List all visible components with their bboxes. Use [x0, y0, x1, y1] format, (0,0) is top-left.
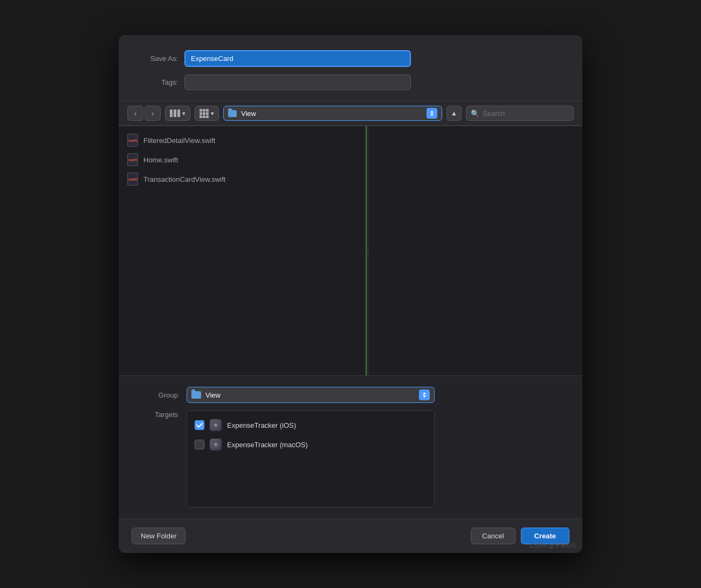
- file-name: TransactionCardView.swift: [143, 175, 225, 183]
- file-name: FilteredDetailView.swift: [143, 136, 215, 145]
- targets-row: Targets ExpenseTracker (iOS): [140, 411, 561, 508]
- preview-pane: [369, 126, 582, 375]
- ios-target-label: ExpenseTracker (iOS): [227, 421, 296, 429]
- target-item-ios[interactable]: ExpenseTracker (iOS): [187, 415, 434, 435]
- list-item[interactable]: swift FilteredDetailView.swift: [119, 131, 366, 150]
- svg-point-1: [214, 423, 217, 427]
- group-selector[interactable]: View: [187, 387, 435, 403]
- dialog-footer: New Folder Cancel Create: [119, 518, 582, 553]
- macos-target-label: ExpenseTracker (macOS): [227, 441, 308, 449]
- bottom-section: Group View Targets: [119, 375, 582, 518]
- save-as-input[interactable]: [184, 50, 411, 67]
- column-view-icon: [170, 110, 180, 117]
- swift-file-icon: swift: [127, 153, 138, 166]
- swift-file-icon: swift: [127, 173, 138, 186]
- targets-container: ExpenseTracker (iOS) ExpenseTracker (mac…: [187, 411, 435, 508]
- grid-view-button[interactable]: ▾: [195, 106, 219, 121]
- checkbox-ios[interactable]: [195, 420, 204, 430]
- checkbox-macos[interactable]: [195, 440, 204, 449]
- dialog-top: Save As: Tags:: [119, 35, 582, 101]
- location-selector[interactable]: View: [223, 106, 442, 121]
- group-row: Group View: [140, 387, 561, 403]
- cancel-button[interactable]: Cancel: [471, 528, 515, 544]
- save-as-label: Save As:: [140, 54, 178, 63]
- group-folder-icon: [191, 391, 201, 399]
- column-view-button[interactable]: ▾: [165, 106, 190, 121]
- group-value: View: [205, 391, 415, 399]
- location-chevron-updown: [427, 108, 437, 119]
- save-dialog: Save As: Tags: ‹ › ▾ ▾: [119, 35, 582, 553]
- target-item-macos[interactable]: ExpenseTracker (macOS): [187, 435, 434, 454]
- expand-icon: ▲: [451, 110, 457, 117]
- nav-group: ‹ ›: [127, 106, 161, 121]
- macos-app-icon: [210, 439, 222, 450]
- watermark: CSDN @宇夜iOS: [530, 542, 576, 550]
- location-folder-icon: [228, 110, 237, 117]
- file-name: Home.swift: [143, 156, 178, 164]
- ios-app-icon: [210, 419, 222, 431]
- save-as-row: Save As:: [140, 50, 561, 67]
- tags-row: Tags:: [140, 74, 561, 90]
- search-icon: 🔍: [471, 110, 479, 118]
- group-chevron-updown: [419, 389, 430, 400]
- forward-button[interactable]: ›: [145, 106, 161, 121]
- search-input[interactable]: [483, 110, 573, 118]
- list-item[interactable]: swift Home.swift: [119, 150, 366, 169]
- tags-input[interactable]: [184, 74, 411, 90]
- tags-label: Tags:: [140, 78, 178, 86]
- group-label: Group: [140, 391, 178, 399]
- grid-view-chevron: ▾: [211, 110, 214, 117]
- file-list-pane: swift FilteredDetailView.swift swift Hom…: [119, 126, 367, 375]
- new-folder-button[interactable]: New Folder: [132, 528, 185, 544]
- file-browser: swift FilteredDetailView.swift swift Hom…: [119, 126, 582, 375]
- targets-label: Targets: [140, 411, 178, 419]
- list-item[interactable]: swift TransactionCardView.swift: [119, 169, 366, 189]
- swift-file-icon: swift: [127, 134, 138, 147]
- location-text: View: [241, 110, 422, 118]
- column-view-chevron: ▾: [182, 110, 185, 117]
- search-box: 🔍: [466, 106, 574, 121]
- expand-button[interactable]: ▲: [446, 106, 462, 121]
- svg-point-3: [214, 443, 217, 446]
- file-browser-toolbar: ‹ › ▾ ▾ View: [119, 101, 582, 126]
- grid-view-icon: [200, 109, 209, 118]
- back-button[interactable]: ‹: [127, 106, 143, 121]
